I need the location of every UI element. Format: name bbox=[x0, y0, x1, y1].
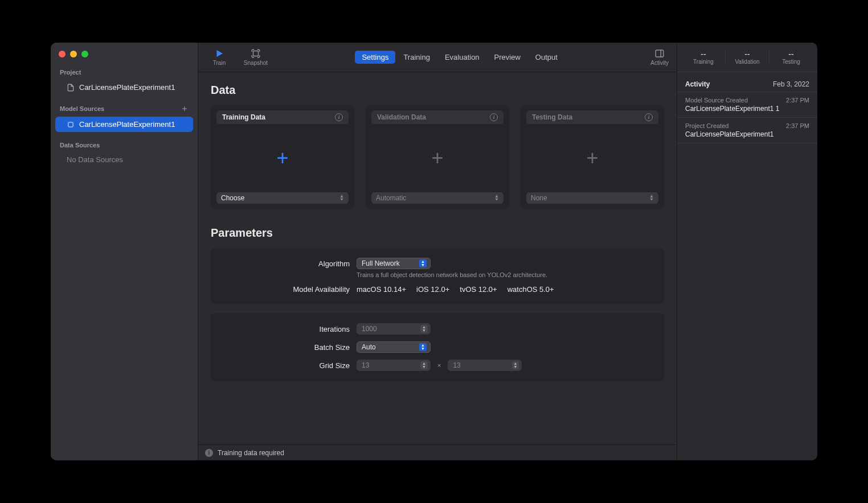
tab-settings[interactable]: Settings bbox=[355, 51, 395, 64]
iterations-input[interactable]: 1000 ▲▼ bbox=[357, 323, 431, 335]
multiply-icon: × bbox=[437, 362, 441, 369]
algorithm-selector[interactable]: Full Network ▲▼ bbox=[357, 258, 431, 269]
batch-size-value: Auto bbox=[362, 343, 376, 351]
fullscreen-window-button[interactable] bbox=[81, 51, 88, 57]
svg-rect-2 bbox=[68, 122, 73, 126]
activity-event-title: Project Created bbox=[685, 122, 728, 129]
metric-training-label: Training bbox=[693, 59, 714, 65]
sidebar-model-source-item[interactable]: CarLicensePlateExperiment1 bbox=[55, 117, 193, 132]
info-icon[interactable]: i bbox=[645, 113, 653, 121]
testing-data-selector[interactable]: None ▲▼ bbox=[526, 192, 658, 204]
info-icon[interactable]: i bbox=[490, 113, 498, 121]
snapshot-icon bbox=[251, 48, 261, 59]
activity-event[interactable]: Model Source Created 2:37 PM CarLicenseP… bbox=[677, 92, 817, 117]
content: Data Training Data i + Choose ▲▼ bbox=[198, 72, 677, 444]
iterations-label: Iterations bbox=[224, 325, 350, 333]
add-model-source-button[interactable] bbox=[181, 105, 189, 113]
grid-size-label: Grid Size bbox=[224, 361, 350, 370]
sidebar-project-item[interactable]: CarLicensePlateExperiment1 bbox=[55, 80, 193, 95]
close-window-button[interactable] bbox=[59, 51, 65, 57]
train-button[interactable]: Train bbox=[206, 48, 232, 66]
sidebar-data-sources-empty: No Data Sources bbox=[51, 152, 198, 167]
snapshot-button[interactable]: Snapshot bbox=[243, 48, 269, 66]
activity-panel-toggle[interactable]: Activity bbox=[650, 48, 669, 66]
training-data-card: Training Data i + Choose ▲▼ bbox=[211, 105, 354, 209]
algorithm-group: Algorithm Full Network ▲▼ Trains a full … bbox=[211, 248, 664, 304]
chevron-updown-icon: ▲▼ bbox=[419, 259, 427, 267]
main-area: Train Snapshot Settings Training Evaluat… bbox=[198, 43, 677, 460]
play-icon bbox=[214, 48, 224, 59]
grid-width-input[interactable]: 13 ▲▼ bbox=[357, 360, 431, 371]
activity-event[interactable]: Project Created 2:37 PM CarLicensePlateE… bbox=[677, 117, 817, 143]
chevron-updown-icon: ▲▼ bbox=[649, 195, 654, 201]
grid-height-input[interactable]: 13 ▲▼ bbox=[448, 360, 522, 371]
testing-data-selector-value: None bbox=[531, 194, 547, 202]
grid-height-value: 13 bbox=[453, 361, 460, 369]
info-icon[interactable]: i bbox=[335, 113, 343, 121]
tab-evaluation[interactable]: Evaluation bbox=[438, 51, 486, 64]
grid-width-value: 13 bbox=[362, 361, 369, 369]
validation-data-dropzone[interactable]: + bbox=[371, 124, 503, 192]
status-message: Training data required bbox=[218, 449, 284, 457]
svg-rect-4 bbox=[253, 51, 259, 56]
testing-data-card: Testing Data i + None ▲▼ bbox=[521, 105, 664, 209]
plus-icon: + bbox=[431, 146, 443, 170]
app-window: Project CarLicensePlateExperiment1 Model… bbox=[51, 43, 817, 460]
sidebar: Project CarLicensePlateExperiment1 Model… bbox=[51, 43, 198, 460]
algorithm-value: Full Network bbox=[362, 259, 400, 267]
validation-data-header: Validation Data i bbox=[371, 110, 503, 124]
document-icon bbox=[67, 84, 75, 92]
validation-data-title: Validation Data bbox=[377, 113, 426, 121]
train-label: Train bbox=[213, 60, 226, 66]
tab-training[interactable]: Training bbox=[396, 51, 436, 64]
stepper-icon[interactable]: ▲▼ bbox=[512, 361, 519, 369]
plus-icon: + bbox=[276, 146, 288, 170]
validation-data-card: Validation Data i + Automatic ▲▼ bbox=[366, 105, 509, 209]
metric-validation-value: -- bbox=[744, 50, 750, 59]
window-controls bbox=[51, 48, 198, 65]
chevron-updown-icon: ▲▼ bbox=[419, 343, 427, 351]
training-data-dropzone[interactable]: + bbox=[216, 124, 349, 192]
iterations-value: 1000 bbox=[362, 325, 377, 333]
validation-data-selector-value: Automatic bbox=[376, 194, 406, 202]
minimize-window-button[interactable] bbox=[70, 51, 77, 57]
sidebar-section-model-sources-label: Model Sources bbox=[60, 105, 104, 112]
training-data-title: Training Data bbox=[222, 113, 265, 121]
validation-data-selector[interactable]: Automatic ▲▼ bbox=[371, 192, 503, 204]
batch-size-selector[interactable]: Auto ▲▼ bbox=[357, 341, 431, 353]
snapshot-label: Snapshot bbox=[244, 60, 268, 66]
availability-watchos: watchOS 5.0+ bbox=[507, 285, 554, 294]
plus-icon: + bbox=[586, 146, 598, 170]
activity-header-date: Feb 3, 2022 bbox=[773, 80, 809, 88]
training-data-selector-value: Choose bbox=[221, 194, 244, 202]
availability-ios: iOS 12.0+ bbox=[416, 285, 449, 294]
parameters-section-title: Parameters bbox=[211, 226, 664, 240]
sidebar-section-data-sources: Data Sources bbox=[51, 138, 198, 152]
chevron-updown-icon: ▲▼ bbox=[339, 195, 344, 201]
tab-preview[interactable]: Preview bbox=[488, 51, 527, 64]
stepper-icon[interactable]: ▲▼ bbox=[420, 361, 428, 369]
sidebar-section-project-label: Project bbox=[60, 69, 81, 76]
training-data-selector[interactable]: Choose ▲▼ bbox=[216, 192, 349, 204]
training-params-group: Iterations 1000 ▲▼ Batch Size Auto ▲▼ Gr… bbox=[211, 313, 664, 381]
tab-output[interactable]: Output bbox=[529, 51, 564, 64]
chevron-updown-icon: ▲▼ bbox=[494, 195, 499, 201]
tab-bar: Settings Training Evaluation Preview Out… bbox=[355, 51, 564, 64]
batch-size-label: Batch Size bbox=[224, 343, 350, 352]
svg-marker-3 bbox=[217, 50, 223, 57]
activity-header: Activity Feb 3, 2022 bbox=[677, 72, 817, 92]
stepper-icon[interactable]: ▲▼ bbox=[420, 325, 428, 333]
availability-tvos: tvOS 12.0+ bbox=[460, 285, 497, 294]
training-data-header: Training Data i bbox=[216, 110, 349, 124]
metric-testing: -- Testing bbox=[769, 50, 813, 65]
model-availability-label: Model Availability bbox=[224, 285, 350, 294]
algorithm-description: Trains a full object detection network b… bbox=[357, 271, 650, 278]
metric-testing-label: Testing bbox=[782, 59, 800, 65]
metric-validation: -- Validation bbox=[726, 50, 769, 65]
metric-validation-label: Validation bbox=[735, 59, 759, 65]
testing-data-dropzone[interactable]: + bbox=[526, 124, 658, 192]
activity-event-title: Model Source Created bbox=[685, 97, 748, 104]
metric-training-value: -- bbox=[701, 50, 706, 59]
testing-data-header: Testing Data i bbox=[526, 110, 658, 124]
activity-header-label: Activity bbox=[685, 80, 710, 88]
